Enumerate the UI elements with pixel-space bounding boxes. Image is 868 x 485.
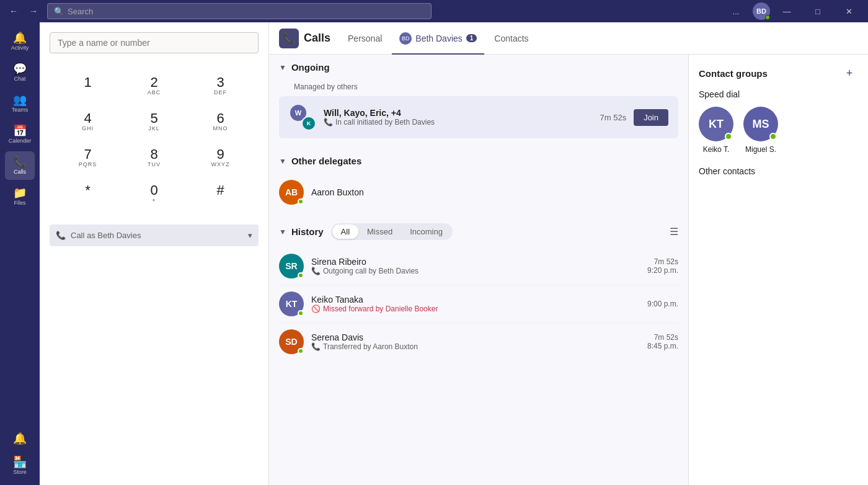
dial-key-8[interactable]: 8TUV bbox=[121, 140, 187, 176]
call-duration: 7m 52s bbox=[600, 113, 627, 122]
calls-title-section: 📞 Calls bbox=[279, 29, 330, 48]
ongoing-call-card: W K Will, Kayo, Eric, +4 📞 In call initi… bbox=[279, 96, 678, 138]
status-dot bbox=[765, 15, 770, 20]
miguel-status bbox=[769, 133, 777, 140]
delegate-name-aaron: Aaron Buxton bbox=[311, 187, 364, 197]
sidebar-item-calls[interactable]: 📞 Calls bbox=[5, 151, 35, 180]
titlebar: ← → 🔍 Search ... BD — □ ✕ bbox=[0, 0, 868, 22]
teams-icon: 👥 bbox=[13, 94, 27, 105]
missed-icon: 🚫 bbox=[311, 305, 321, 313]
user-avatar-titlebar[interactable]: BD bbox=[753, 2, 770, 20]
history-info-serena: Serena Davis 📞 Transferred by Aaron Buxt… bbox=[311, 332, 640, 351]
history-time-keiko: 9:00 p.m. bbox=[647, 300, 678, 308]
more-button[interactable]: ... bbox=[722, 0, 750, 22]
dial-key-6[interactable]: 6MNO bbox=[187, 104, 254, 140]
sidebar-item-files[interactable]: 📁 Files bbox=[5, 182, 35, 211]
add-contact-group-button[interactable]: + bbox=[841, 65, 858, 82]
sidebar-label-calendar: Calender bbox=[9, 138, 32, 144]
keiko-t-status bbox=[725, 133, 732, 140]
filter-options-icon[interactable]: ☰ bbox=[670, 226, 678, 238]
titlebar-left: ← → 🔍 Search bbox=[5, 2, 432, 20]
managed-by-label: Managed by others bbox=[279, 80, 678, 96]
tab-contacts-label: Contacts bbox=[494, 33, 528, 43]
calls-icon-bg: 📞 bbox=[279, 29, 299, 48]
history-sub-text-serena: Transferred by Aaron Buxton bbox=[323, 342, 418, 351]
other-delegates-section: ▼ Other delegates AB Aaron Buxton bbox=[269, 148, 688, 216]
sidebar-label-files: Files bbox=[14, 200, 25, 206]
history-header: ▼ History All Missed Incoming ☰ bbox=[279, 223, 678, 240]
sidebar-item-chat[interactable]: 💬 Chat bbox=[5, 58, 35, 87]
calls-title: Calls bbox=[304, 32, 330, 45]
outgoing-icon: 📞 bbox=[311, 267, 321, 275]
sidebar-item-activity[interactable]: 🔔 Activity bbox=[5, 27, 35, 56]
tab-personal-label: Personal bbox=[348, 33, 382, 43]
minimize-button[interactable]: — bbox=[773, 0, 801, 22]
call-button-row: 📞 Call as Beth Davies ▾ bbox=[40, 217, 268, 254]
dial-key-7[interactable]: 7PQRS bbox=[55, 140, 121, 176]
search-bar[interactable]: 🔍 Search bbox=[47, 3, 432, 19]
serena-status bbox=[298, 348, 304, 354]
dial-key-2[interactable]: 2ABC bbox=[121, 68, 187, 104]
history-title-part[interactable]: ▼ History bbox=[279, 226, 324, 237]
speed-dial-keiko[interactable]: KT Keiko T. bbox=[699, 107, 733, 154]
delegates-header[interactable]: ▼ Other delegates bbox=[279, 156, 678, 166]
close-button[interactable]: ✕ bbox=[835, 0, 863, 22]
join-button[interactable]: Join bbox=[634, 109, 668, 126]
calls-icon: 📞 bbox=[13, 156, 27, 167]
history-item-sirena: SR Sirena Ribeiro 📞 Outgoing call by Bet… bbox=[279, 247, 678, 285]
store-icon: 🏪 bbox=[13, 456, 27, 468]
speed-dial-miguel[interactable]: MS Miguel S. bbox=[743, 107, 778, 154]
call-as-button[interactable]: 📞 Call as Beth Davies ▾ bbox=[50, 225, 259, 246]
dial-key-4[interactable]: 4GHI bbox=[55, 104, 121, 140]
sidebar-label-calls: Calls bbox=[14, 169, 26, 175]
dialpad-input[interactable] bbox=[50, 32, 259, 53]
ongoing-header[interactable]: ▼ Ongoing bbox=[279, 62, 678, 73]
filter-all[interactable]: All bbox=[332, 225, 358, 239]
sidebar-item-calendar[interactable]: 📅 Calender bbox=[5, 120, 35, 149]
history-filters: All Missed Incoming bbox=[331, 223, 453, 240]
history-item-keiko: KT Keiko Tanaka 🚫 Missed forward by Dani… bbox=[279, 285, 678, 323]
history-title: History bbox=[291, 226, 324, 237]
dial-key-9[interactable]: 9WXYZ bbox=[187, 140, 254, 176]
keiko-status bbox=[298, 310, 304, 316]
delegates-title: Other delegates bbox=[291, 156, 361, 166]
call-button-content: 📞 Call as Beth Davies bbox=[56, 231, 141, 240]
tab-contacts[interactable]: Contacts bbox=[487, 22, 536, 55]
dial-key-5[interactable]: 5JKL bbox=[121, 104, 187, 140]
dial-key-3[interactable]: 3DEF bbox=[187, 68, 254, 104]
dial-key-star[interactable]: * bbox=[55, 176, 121, 212]
avatar-sirena: SR bbox=[279, 254, 304, 278]
tab-personal[interactable]: Personal bbox=[340, 22, 389, 55]
sidebar-item-teams[interactable]: 👥 Teams bbox=[5, 89, 35, 118]
main-content: 📞 Calls Personal BD Beth Davies 1 Contac… bbox=[269, 22, 868, 485]
other-contacts-title: Other contacts bbox=[699, 166, 858, 176]
filter-incoming[interactable]: Incoming bbox=[401, 225, 451, 239]
sidebar: 🔔 Activity 💬 Chat 👥 Teams 📅 Calender 📞 C… bbox=[0, 22, 40, 485]
main-scroll: ▼ Ongoing Managed by others W K Will, Ka… bbox=[269, 55, 688, 485]
delegate-item-aaron: AB Aaron Buxton bbox=[279, 174, 678, 211]
maximize-button[interactable]: □ bbox=[804, 0, 832, 22]
back-button[interactable]: ← bbox=[5, 2, 22, 20]
dial-key-0[interactable]: 0+ bbox=[121, 176, 187, 212]
tab-beth-davies[interactable]: BD Beth Davies 1 bbox=[392, 22, 484, 55]
app-body: 🔔 Activity 💬 Chat 👥 Teams 📅 Calender 📞 C… bbox=[0, 22, 868, 485]
speed-dial-name-miguel: Miguel S. bbox=[745, 145, 776, 154]
history-info-sirena: Sirena Ribeiro 📞 Outgoing call by Beth D… bbox=[311, 257, 640, 275]
dial-key-hash[interactable]: # bbox=[187, 176, 254, 212]
filter-missed[interactable]: Missed bbox=[358, 225, 401, 239]
history-meta-sirena: 7m 52s 9:20 p.m. bbox=[647, 257, 678, 275]
chevron-down-icon: ▾ bbox=[248, 231, 252, 240]
sidebar-item-notifications[interactable]: 🔔 bbox=[5, 428, 35, 449]
history-sub-keiko: 🚫 Missed forward by Danielle Booker bbox=[311, 305, 640, 313]
history-collapse-icon: ▼ bbox=[279, 228, 286, 236]
forward-button[interactable]: → bbox=[25, 2, 42, 20]
calls-header: 📞 Calls Personal BD Beth Davies 1 Contac… bbox=[269, 22, 868, 55]
sidebar-item-store[interactable]: 🏪 Store bbox=[5, 452, 35, 480]
dialpad-grid: 1 2ABC 3DEF 4GHI 5JKL 6MNO 7PQRS 8TUV 9W… bbox=[40, 63, 268, 217]
history-name-keiko: Keiko Tanaka bbox=[311, 295, 640, 305]
call-button-label: Call as Beth Davies bbox=[71, 231, 141, 240]
multi-avatar: W K bbox=[289, 104, 316, 131]
sidebar-label-chat: Chat bbox=[14, 76, 25, 82]
speed-dial-avatar-miguel: MS bbox=[743, 107, 778, 141]
dial-key-1[interactable]: 1 bbox=[55, 68, 121, 104]
